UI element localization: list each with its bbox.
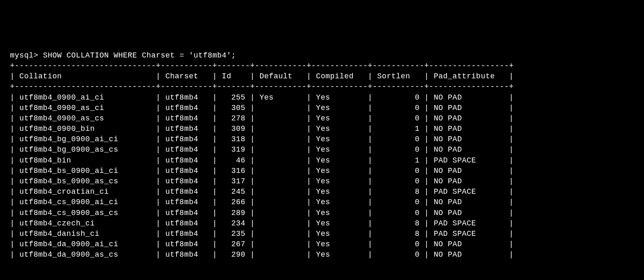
terminal-output: mysql> SHOW COLLATION WHERE Charset = 'u… — [10, 50, 634, 260]
mysql-prompt: mysql> — [10, 51, 43, 60]
table-border-top: +------------------------------+--------… — [10, 62, 514, 70]
table-header-row: | Collation | Charset | Id | Default | C… — [10, 72, 514, 80]
table-border-mid: +------------------------------+--------… — [10, 82, 514, 91]
sql-command: SHOW COLLATION WHERE Charset = 'utf8mb4'… — [43, 51, 236, 60]
table-body: | utf8mb4_0900_ai_ci | utf8mb4 | 255 | Y… — [10, 93, 514, 259]
